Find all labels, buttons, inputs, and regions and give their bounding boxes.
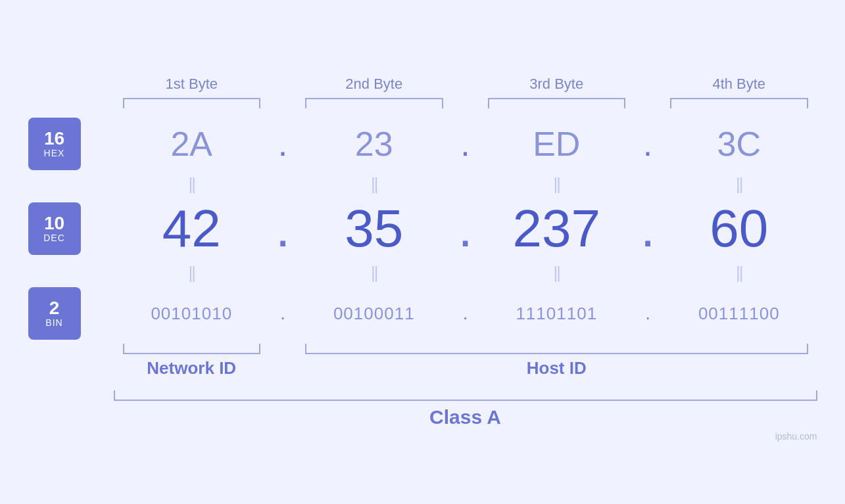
hex-val-4: 3C — [661, 124, 817, 164]
bracket-bottom-host — [305, 344, 808, 354]
dot-dec-3: . — [635, 198, 661, 259]
bin-val-3: 11101101 — [479, 304, 635, 324]
dec-val-2: 35 — [296, 198, 452, 259]
bin-val-2: 00100011 — [296, 304, 452, 324]
eq2-4: || — [661, 263, 817, 283]
dec-val-1: 42 — [114, 198, 270, 259]
dec-badge: 10 DEC — [28, 202, 81, 255]
dot-bin-3: . — [635, 304, 661, 324]
class-label: Class A — [114, 406, 817, 428]
bracket-bottom-network — [123, 344, 261, 354]
watermark: ipshu.com — [775, 431, 817, 442]
byte1-header: 1st Byte — [114, 76, 270, 95]
dot-dec-2: . — [452, 198, 479, 259]
eq1-1: || — [114, 174, 270, 195]
dot-bin-2: . — [452, 304, 479, 324]
dec-val-4: 60 — [661, 198, 817, 259]
bin-val-4: 00111100 — [661, 304, 817, 324]
bracket-top-3 — [488, 98, 626, 108]
bracket-top-2 — [305, 98, 443, 108]
bracket-top-4 — [670, 98, 808, 108]
eq2-1: || — [114, 263, 270, 283]
hex-val-1: 2A — [114, 124, 270, 164]
eq1-3: || — [479, 174, 635, 195]
dot-hex-3: . — [635, 124, 661, 164]
hex-badge: 16 HEX — [28, 118, 81, 170]
eq2-2: || — [296, 263, 452, 283]
dot-hex-1: . — [270, 124, 296, 164]
byte4-header: 4th Byte — [661, 76, 817, 95]
bracket-class — [114, 390, 817, 401]
hex-val-2: 23 — [296, 124, 452, 164]
dot-dec-1: . — [270, 198, 296, 259]
dec-val-3: 237 — [479, 198, 635, 259]
byte2-header: 2nd Byte — [296, 76, 452, 95]
byte3-header: 3rd Byte — [479, 76, 635, 95]
bin-val-1: 00101010 — [114, 304, 270, 324]
hex-val-3: ED — [479, 124, 635, 164]
eq1-2: || — [296, 174, 452, 195]
bracket-top-1 — [123, 98, 261, 108]
bin-badge: 2 BIN — [28, 287, 81, 340]
eq2-3: || — [479, 263, 635, 283]
dot-bin-1: . — [270, 304, 296, 324]
dot-hex-2: . — [452, 124, 479, 164]
eq1-4: || — [661, 174, 817, 195]
network-id-label: Network ID — [123, 358, 261, 378]
host-id-label: Host ID — [296, 358, 817, 378]
